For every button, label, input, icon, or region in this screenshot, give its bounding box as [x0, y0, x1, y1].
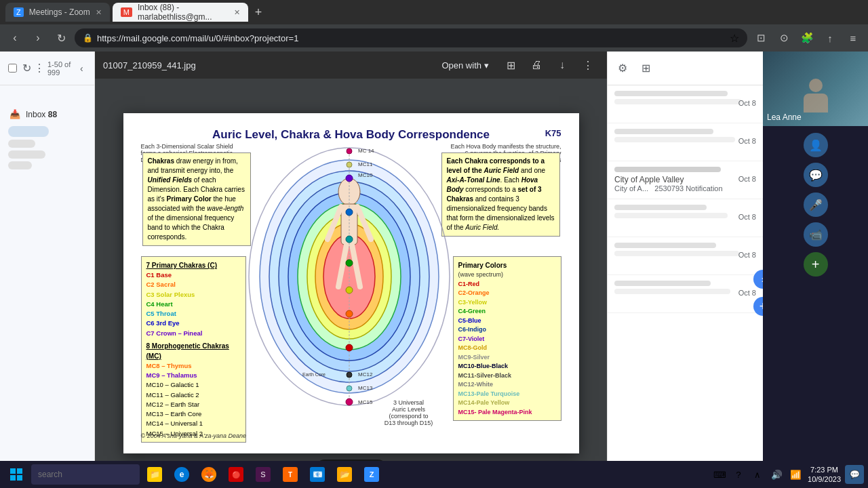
email-item-2[interactable]: Oct 8 [608, 123, 763, 161]
clock: 7:23 PM 10/9/2023 [808, 465, 841, 485]
network-icon-btn[interactable]: 📶 [787, 466, 804, 483]
taskbar-file-manager[interactable]: 📁 [142, 462, 167, 487]
chakra-c2: C2 Sacral [146, 280, 241, 289]
email-subject-placeholder6 [614, 289, 730, 294]
zoom-panel: Lea Anne 👤 💬 🎤 📹 + [763, 52, 868, 488]
taskbar-app-red[interactable]: 🔴 [224, 462, 248, 487]
zoom-chat-button[interactable]: 💬 [804, 163, 828, 187]
address-bar[interactable]: 🔒 https://mail.google.com/mail/u/0/#inbo… [75, 28, 747, 47]
extensions-button[interactable]: 🧩 [797, 28, 816, 47]
email-sender-placeholder6 [614, 281, 711, 286]
taskbar-search-input[interactable] [31, 464, 140, 485]
color-c3: C3-Yellow [458, 298, 556, 308]
more-options-button[interactable]: ⋮ [34, 59, 45, 78]
image-filename: 01007_210959_441.jpg [103, 60, 431, 70]
email-item-5[interactable]: Oct 8 [608, 237, 763, 275]
zoom-mute-button[interactable]: 🎤 [804, 192, 828, 217]
email-sender-placeholder5 [614, 243, 716, 248]
tab-gmail-label: Inbox (88) - marlabethliss@gm... [138, 3, 229, 22]
svg-text:Earth Core: Earth Core [302, 372, 326, 377]
tray-expand-btn[interactable]: ∧ [749, 466, 766, 483]
bottom-note: 3 UniversalAuric Levels(correspond toD13… [368, 399, 450, 426]
left-info-chakras: Chakras [148, 157, 174, 165]
svg-text:MC11: MC11 [358, 161, 373, 167]
email-preview-3: City of A... 2530793 Notification [614, 184, 756, 192]
more-image-options-button[interactable]: ⋮ [577, 54, 599, 76]
taskbar-te-app[interactable]: T [278, 462, 302, 487]
mc9: MC9 – Thalamus [146, 371, 241, 380]
image-toolbar-actions: ⊞ 🖨 ↓ ⋮ [500, 54, 599, 76]
system-tray: ⌨ ? ∧ 🔊 📶 [711, 466, 804, 483]
taskbar-email[interactable]: 📧 [305, 462, 330, 487]
taskbar-firefox[interactable]: 🦊 [197, 462, 221, 487]
diagram-wrapper: Auric Level, Chakra & Hova Body Correspo… [123, 113, 579, 453]
prev-page-button[interactable]: ‹ [75, 59, 88, 78]
email-item-4[interactable]: Oct 8 [608, 199, 763, 237]
color-mc14: MC14-Pale Yellow [458, 399, 556, 408]
svg-point-18 [346, 236, 353, 243]
url-text: https://mail.google.com/mail/u/0/#inbox?… [97, 33, 726, 43]
windows-button[interactable] [4, 462, 28, 487]
browser-chrome: Z Meetings - Zoom ✕ M Inbox (88) - marla… [0, 0, 868, 52]
taskbar-zoom[interactable]: Z [359, 462, 384, 487]
menu-button[interactable]: ≡ [844, 28, 863, 47]
open-with-chevron: ▾ [484, 60, 489, 70]
print-button[interactable]: 🖨 [526, 54, 547, 76]
back-button[interactable]: ‹ [5, 28, 24, 47]
color-mc10: MC10-Blue-Black [458, 362, 556, 371]
inbox-icon: 📥 [9, 109, 20, 119]
tab-zoom[interactable]: Z Meetings - Zoom ✕ [5, 3, 110, 22]
slideshow-button[interactable]: ⊞ [500, 54, 521, 76]
tab-gmail-close[interactable]: ✕ [234, 8, 240, 17]
email-sender-placeholder4 [614, 205, 707, 210]
pocket-button[interactable]: ⊡ [751, 28, 770, 47]
email-subject-3: City of Apple Valley [614, 175, 738, 184]
email-item-1[interactable]: Oct 8 [608, 85, 763, 123]
color-mc15: MC15- Pale Magenta-Pink [458, 408, 556, 418]
profile-button[interactable]: ⊙ [774, 28, 793, 47]
taskbar-files[interactable]: 📂 [332, 462, 357, 487]
firefox-icon: 🦊 [201, 467, 216, 482]
new-tab-button[interactable]: + [251, 4, 267, 21]
forward-button[interactable]: › [28, 28, 47, 47]
svg-point-27 [346, 399, 353, 405]
bookmark-icon[interactable]: ☆ [730, 32, 739, 45]
taskbar-slack[interactable]: S [251, 462, 275, 487]
morpho-title: 8 Morphogenetic Chakras (MC) [146, 341, 241, 361]
zoom-add-participant-button[interactable]: + [804, 252, 828, 277]
email-item-3[interactable]: Oct 8 City of Apple Valley City of A... … [608, 161, 763, 199]
mc11: MC11 – Galactic 2 [146, 390, 241, 400]
tab-zoom-close[interactable]: ✕ [96, 8, 102, 17]
zoom-participants-button[interactable]: 👤 [804, 133, 828, 157]
zoom-video-button[interactable]: 📹 [804, 222, 828, 247]
svg-point-16 [346, 175, 353, 182]
chakra-c4: C4 Heart [146, 300, 241, 309]
open-with-button[interactable]: Open with ▾ [436, 58, 494, 73]
tab-gmail[interactable]: M Inbox (88) - marlabethliss@gm... ✕ [113, 3, 248, 22]
email-item-6[interactable]: Oct 8 [608, 275, 763, 313]
email-sender-placeholder [614, 91, 728, 96]
image-toolbar: 01007_210959_441.jpg Open with ▾ ⊞ 🖨 ↓ ⋮ [95, 52, 607, 79]
refresh-button[interactable]: ↻ [22, 59, 31, 78]
email-settings-button[interactable]: ⚙ [613, 59, 632, 78]
question-mark-btn[interactable]: ? [730, 466, 747, 483]
email-date-6: Oct 8 [738, 289, 756, 297]
sidebar-item-placeholder1 [8, 140, 35, 148]
svg-rect-35 [10, 468, 16, 474]
download-button[interactable]: ↓ [551, 54, 573, 76]
svg-point-26 [347, 386, 352, 391]
color-mc12: MC12-White [458, 380, 556, 390]
volume-icon-btn[interactable]: 🔊 [768, 466, 785, 483]
keyboard-icon-btn[interactable]: ⌨ [711, 466, 728, 483]
svg-point-23 [347, 148, 352, 154]
sidebar-item-inbox[interactable]: 📥 Inbox 88 [3, 105, 92, 123]
svg-text:MC12: MC12 [358, 371, 373, 378]
notification-button[interactable]: 💬 [845, 465, 864, 484]
diagram-title: Auric Level, Chakra & Hova Body Correspo… [134, 124, 568, 142]
email-layout-button[interactable]: ⊞ [636, 59, 655, 78]
share-button[interactable]: ↑ [821, 28, 840, 47]
taskbar-edge[interactable]: e [170, 462, 194, 487]
reload-button[interactable]: ↻ [52, 28, 71, 47]
select-all-checkbox[interactable] [8, 64, 17, 73]
files-icon: 📂 [337, 467, 352, 482]
